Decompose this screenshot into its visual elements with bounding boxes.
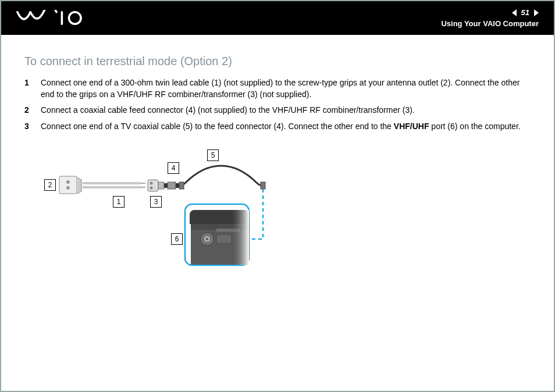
section-title: Using Your VAIO Computer xyxy=(441,19,539,28)
svg-rect-14 xyxy=(168,182,176,189)
callout-1: 1 xyxy=(113,196,124,208)
step-text: Connect one end of a TV coaxial cable (5… xyxy=(41,121,531,133)
prev-page-icon[interactable] xyxy=(512,9,517,16)
svg-rect-17 xyxy=(261,182,265,189)
content-heading: To connect in terrestrial mode (Option 2… xyxy=(24,55,531,68)
svg-point-3 xyxy=(66,180,70,184)
svg-rect-9 xyxy=(148,180,158,191)
callout-4: 4 xyxy=(168,162,179,174)
svg-rect-13 xyxy=(164,183,168,188)
step-number: 1 xyxy=(24,77,41,100)
svg-point-1 xyxy=(69,12,81,24)
svg-point-11 xyxy=(150,187,153,190)
svg-rect-2 xyxy=(59,176,77,194)
page-nav: 51 xyxy=(441,8,539,17)
callout-6: 6 xyxy=(171,233,183,245)
svg-rect-27 xyxy=(232,210,249,265)
svg-rect-6 xyxy=(83,186,141,188)
svg-point-10 xyxy=(150,182,153,185)
step-number: 3 xyxy=(24,121,41,133)
svg-rect-15 xyxy=(176,183,179,188)
step-text: Connect one end of a 300-ohm twin lead c… xyxy=(41,77,531,100)
page-frame: 51 Using Your VAIO Computer To connect i… xyxy=(0,0,555,392)
svg-point-24 xyxy=(206,238,208,240)
connection-diagram: 2 1 3 4 5 6 xyxy=(42,147,309,269)
step-list: 1 Connect one end of a 300-ohm twin lead… xyxy=(24,77,531,132)
callout-2: 2 xyxy=(44,179,56,191)
svg-rect-5 xyxy=(83,182,141,184)
page-number: 51 xyxy=(520,8,531,17)
callout-5: 5 xyxy=(207,149,219,161)
vaio-logo-svg xyxy=(16,10,92,26)
step-number: 2 xyxy=(24,105,41,116)
svg-point-4 xyxy=(66,186,70,190)
header-right: 51 Using Your VAIO Computer xyxy=(441,8,539,28)
svg-rect-25 xyxy=(216,234,232,244)
page-header: 51 Using Your VAIO Computer xyxy=(1,1,554,35)
page-content: To connect in terrestrial mode (Option 2… xyxy=(1,35,554,269)
svg-rect-16 xyxy=(179,182,184,189)
svg-rect-12 xyxy=(158,182,164,189)
step-item: 1 Connect one end of a 300-ohm twin lead… xyxy=(24,77,531,100)
callout-3: 3 xyxy=(150,196,162,208)
next-page-icon[interactable] xyxy=(534,9,539,16)
vaio-logo xyxy=(16,10,92,26)
step-text: Connect a coaxial cable feed connector (… xyxy=(41,105,531,116)
step-item: 2 Connect a coaxial cable feed connector… xyxy=(24,105,531,116)
step-item: 3 Connect one end of a TV coaxial cable … xyxy=(24,121,531,133)
